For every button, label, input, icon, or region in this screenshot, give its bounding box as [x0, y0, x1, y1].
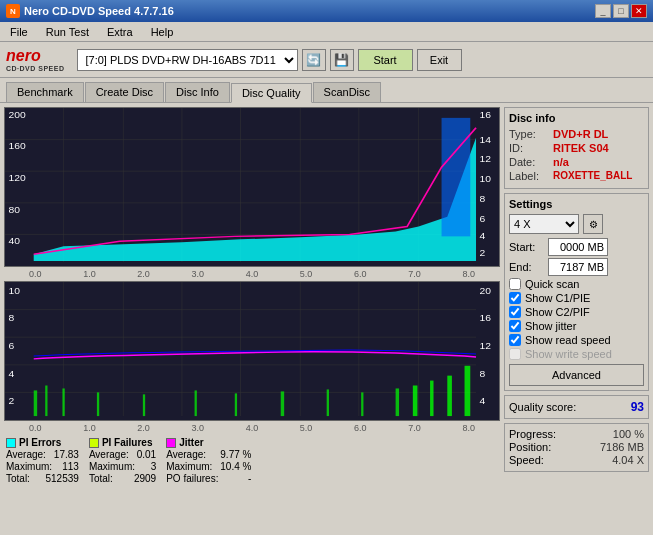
speed-val: 4.04 X [612, 454, 644, 466]
speed-select[interactable]: 4 X 2 X 1 X MAX [509, 214, 579, 234]
tab-benchmark[interactable]: Benchmark [6, 82, 84, 102]
top-chart-x-axis: 0.01.02.03.04.05.06.07.08.0 [4, 269, 500, 279]
show-jitter-label: Show jitter [525, 320, 576, 332]
drive-selector[interactable]: [7:0] PLDS DVD+RW DH-16ABS 7D11 [77, 49, 298, 71]
minimize-button[interactable]: _ [595, 4, 611, 18]
menu-run-test[interactable]: Run Test [42, 25, 93, 39]
svg-rect-46 [97, 392, 99, 416]
progress-panel: Progress: 100 % Position: 7186 MB Speed:… [504, 423, 649, 472]
svg-rect-51 [327, 389, 329, 416]
pif-stats: PI Failures Average: 0.01 Maximum: 3 Tot… [89, 437, 156, 484]
show-c1-label: Show C1/PIE [525, 292, 590, 304]
position-val: 7186 MB [600, 441, 644, 453]
show-jitter-checkbox[interactable] [509, 320, 521, 332]
end-mb-label: End: [509, 261, 544, 273]
start-mb-input[interactable] [548, 238, 608, 256]
maximize-button[interactable]: □ [613, 4, 629, 18]
po-failures-val: - [248, 473, 251, 484]
right-panel: Disc info Type: DVD+R DL ID: RITEK S04 D… [504, 107, 649, 527]
svg-rect-48 [195, 390, 197, 416]
logo-nero: nero [6, 47, 41, 65]
show-read-speed-checkbox[interactable] [509, 334, 521, 346]
pif-color-box [89, 438, 99, 448]
svg-text:2: 2 [479, 248, 485, 258]
pif-max-val: 3 [151, 461, 157, 472]
svg-text:8: 8 [479, 368, 485, 378]
svg-rect-57 [465, 366, 471, 416]
tab-scan-disc[interactable]: ScanDisc [313, 82, 381, 102]
svg-rect-45 [62, 388, 64, 416]
chart-area: 200 160 120 80 40 16 14 12 10 8 6 4 2 [4, 107, 500, 527]
pie-max-label: Maximum: [6, 461, 52, 472]
svg-rect-43 [34, 390, 37, 416]
end-mb-input[interactable] [548, 258, 608, 276]
menu-help[interactable]: Help [147, 25, 178, 39]
svg-rect-52 [361, 392, 363, 416]
svg-text:4: 4 [479, 396, 485, 406]
tab-disc-info[interactable]: Disc Info [165, 82, 230, 102]
svg-text:8: 8 [8, 313, 14, 323]
date-key: Date: [509, 156, 549, 168]
svg-text:6: 6 [479, 213, 485, 223]
bottom-chart-x-axis: 0.01.02.03.04.05.06.07.08.0 [4, 423, 500, 433]
svg-rect-44 [45, 386, 47, 417]
disc-label-key: Label: [509, 170, 549, 182]
title-bar: N Nero CD-DVD Speed 4.7.7.16 _ □ ✕ [0, 0, 653, 22]
save-button[interactable]: 💾 [330, 49, 354, 71]
quick-scan-checkbox[interactable] [509, 278, 521, 290]
speed-label: Speed: [509, 454, 544, 466]
pif-total-val: 2909 [134, 473, 156, 484]
tab-bar: Benchmark Create Disc Disc Info Disc Qua… [0, 78, 653, 102]
pie-avg-label: Average: [6, 449, 46, 460]
app-logo: nero CD·DVD SPEED [6, 47, 65, 72]
svg-text:10: 10 [479, 174, 490, 184]
show-write-speed-checkbox[interactable] [509, 348, 521, 360]
svg-text:20: 20 [479, 286, 491, 296]
quality-label: Quality score: [509, 401, 576, 413]
svg-text:80: 80 [8, 204, 19, 214]
stats-row: PI Errors Average: 17.83 Maximum: 113 To… [4, 435, 500, 486]
pie-avg-val: 17.83 [54, 449, 79, 460]
svg-rect-47 [143, 394, 145, 416]
quality-row: Quality score: 93 [504, 395, 649, 419]
advanced-button[interactable]: Advanced [509, 364, 644, 386]
svg-text:12: 12 [479, 154, 490, 164]
show-read-speed-label: Show read speed [525, 334, 611, 346]
jitter-label: Jitter [179, 437, 203, 448]
pie-total-val: 512539 [46, 473, 79, 484]
id-val: RITEK S04 [553, 142, 609, 154]
type-key: Type: [509, 128, 549, 140]
pif-avg-val: 0.01 [137, 449, 156, 460]
tab-disc-quality[interactable]: Disc Quality [231, 83, 312, 103]
show-c1-checkbox[interactable] [509, 292, 521, 304]
tab-create-disc[interactable]: Create Disc [85, 82, 164, 102]
jitter-color-box [166, 438, 176, 448]
logo-subtitle: CD·DVD SPEED [6, 65, 65, 72]
exit-button[interactable]: Exit [417, 49, 462, 71]
position-label: Position: [509, 441, 551, 453]
pie-stats: PI Errors Average: 17.83 Maximum: 113 To… [6, 437, 79, 484]
svg-rect-54 [413, 386, 418, 417]
date-val: n/a [553, 156, 569, 168]
settings-icon-button[interactable]: ⚙ [583, 214, 603, 234]
top-chart-svg: 200 160 120 80 40 16 14 12 10 8 6 4 2 [5, 108, 499, 266]
svg-text:8: 8 [479, 194, 485, 204]
svg-text:2: 2 [8, 396, 14, 406]
window-controls: _ □ ✕ [595, 4, 647, 18]
menu-file[interactable]: File [6, 25, 32, 39]
svg-text:16: 16 [479, 313, 491, 323]
disc-info-panel: Disc info Type: DVD+R DL ID: RITEK S04 D… [504, 107, 649, 189]
start-button[interactable]: Start [358, 49, 413, 71]
menu-extra[interactable]: Extra [103, 25, 137, 39]
svg-rect-53 [396, 388, 399, 416]
po-failures-label: PO failures: [166, 473, 218, 484]
main-content: 200 160 120 80 40 16 14 12 10 8 6 4 2 [0, 102, 653, 531]
refresh-button[interactable]: 🔄 [302, 49, 326, 71]
bottom-chart-svg: 10 8 6 4 2 [5, 282, 499, 420]
show-write-speed-label: Show write speed [525, 348, 612, 360]
quick-scan-label: Quick scan [525, 278, 579, 290]
show-c2-checkbox[interactable] [509, 306, 521, 318]
disc-label-val: ROXETTE_BALL [553, 170, 632, 182]
svg-text:16: 16 [479, 110, 490, 120]
close-button[interactable]: ✕ [631, 4, 647, 18]
